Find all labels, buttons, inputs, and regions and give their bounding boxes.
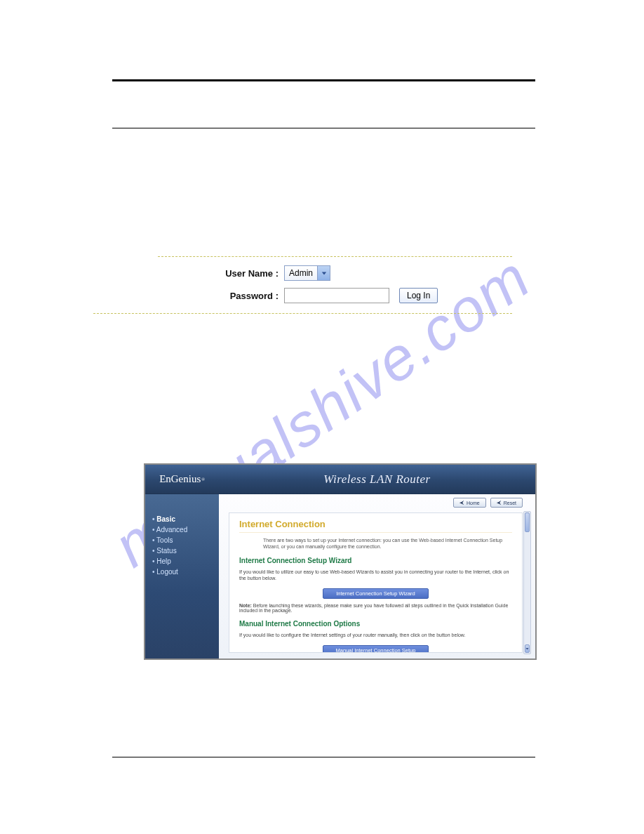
sidebar: Basic Advanced Tools Status Help Logout <box>145 494 219 658</box>
manual-text: If you would like to configure the Inter… <box>239 632 512 638</box>
divider-bottom <box>112 757 535 757</box>
intro-text: There are two ways to set up your Intern… <box>239 537 512 550</box>
manual-button[interactable]: Manual Internet Connection Setup <box>323 645 429 653</box>
scrollbar[interactable] <box>523 511 531 654</box>
arrow-left-icon: ⮜ <box>497 501 502 505</box>
sidebar-item-logout[interactable]: Logout <box>145 567 219 577</box>
manual-heading: Manual Internet Connection Options <box>239 620 512 628</box>
brand-logo: EnGenius® <box>145 465 219 494</box>
main-panel: Internet Connection There are two ways t… <box>229 512 523 653</box>
divider-dashed <box>93 313 512 314</box>
password-label: Password : <box>158 291 284 301</box>
sidebar-item-advanced[interactable]: Advanced <box>145 524 219 535</box>
chevron-down-icon[interactable] <box>317 266 330 280</box>
username-label: User Name : <box>158 268 284 279</box>
wizard-button[interactable]: Internet Connection Setup Wizard <box>323 588 429 599</box>
router-header: EnGenius® Wireless LAN Router <box>145 465 535 494</box>
arrow-left-icon: ⮜ <box>459 501 464 505</box>
login-button[interactable]: Log In <box>399 288 438 303</box>
scrollbar-thumb[interactable] <box>525 512 530 532</box>
reset-button[interactable]: ⮜ Reset <box>490 498 523 508</box>
scroll-down-icon[interactable] <box>525 644 530 653</box>
note-text: Note: Before launching these wizards, pl… <box>239 603 512 613</box>
divider-top-thin <box>112 128 535 128</box>
sidebar-item-help[interactable]: Help <box>145 556 219 567</box>
username-select[interactable]: Admin <box>284 265 330 281</box>
divider-top-thick <box>112 79 535 81</box>
divider <box>239 532 512 533</box>
username-row: User Name : Admin <box>158 265 512 281</box>
page-heading: Internet Connection <box>239 519 512 529</box>
wizard-heading: Internet Connection Setup Wizard <box>239 557 512 564</box>
toolbar: ⮜ Home ⮜ Reset <box>219 494 535 511</box>
password-row: Password : Log In <box>158 288 512 303</box>
router-screenshot: EnGenius® Wireless LAN Router Basic Adva… <box>144 463 537 660</box>
login-screenshot: User Name : Admin Password : Log In <box>158 256 512 307</box>
password-input[interactable] <box>284 288 389 303</box>
username-value: Admin <box>289 268 313 278</box>
product-title: Wireless LAN Router <box>219 465 535 494</box>
home-button[interactable]: ⮜ Home <box>453 498 486 508</box>
content-area: ⮜ Home ⮜ Reset Internet Connection There… <box>219 494 535 658</box>
sidebar-item-tools[interactable]: Tools <box>145 535 219 545</box>
wizard-text: If you would like to utilize our easy to… <box>239 569 512 581</box>
sidebar-item-status[interactable]: Status <box>145 545 219 556</box>
sidebar-item-basic[interactable]: Basic <box>145 514 219 524</box>
